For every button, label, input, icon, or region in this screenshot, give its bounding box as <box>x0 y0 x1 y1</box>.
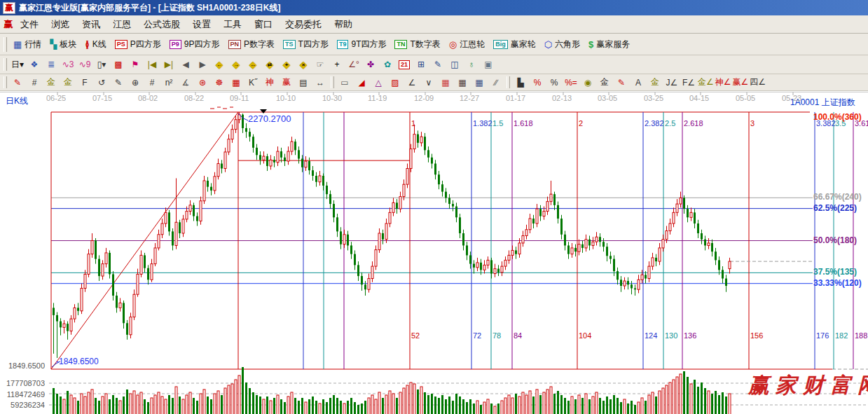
marker-pen-button[interactable]: ✎ <box>613 75 630 90</box>
wave-a-button[interactable]: A <box>630 75 647 90</box>
time-scale-button[interactable]: # <box>144 75 160 90</box>
shen-angle-button[interactable]: 神∠ <box>715 75 732 90</box>
percent-line-button[interactable]: %= <box>563 75 579 90</box>
remote-pc-button[interactable]: ▣ <box>480 57 497 72</box>
formula-lace-button[interactable]: ▩ <box>110 57 127 72</box>
next-page-button[interactable]: ▶ <box>194 57 211 72</box>
zoom-in-all-button[interactable]: ◆+ <box>278 57 295 72</box>
wave-3-button[interactable]: ∿3 <box>60 57 76 72</box>
menu-item-window[interactable]: 窗口 <box>248 16 279 33</box>
ying-tool-button[interactable]: 赢 <box>278 75 295 90</box>
gold-scale-1-button[interactable]: 金 <box>43 75 60 90</box>
circle-grid-button[interactable]: ⊕ <box>127 75 144 90</box>
grid-red-button[interactable]: ▦ <box>437 75 454 90</box>
notepad-button[interactable]: ✎ <box>429 57 446 72</box>
web-square-button[interactable]: ▦ <box>228 75 244 90</box>
save-button[interactable]: ◫ <box>446 57 463 72</box>
box-select-button[interactable]: ▭ <box>336 75 353 90</box>
web-circle-button[interactable]: ☸ <box>211 75 228 90</box>
title-bar[interactable]: 赢 赢家江恩专业版[赢家内部服务平台] - [上证指数 SH1A0001-238… <box>0 0 868 15</box>
menu-item-tools[interactable]: 工具 <box>217 16 248 33</box>
pencil-button[interactable]: ✎ <box>9 75 26 90</box>
window-arrange-button[interactable]: ❖ <box>26 57 43 72</box>
period-daily-dropdown-button[interactable]: 日▾ <box>9 57 26 72</box>
percent-strike-button[interactable]: % <box>529 75 546 90</box>
t-number-table-button[interactable]: TNT数字表 <box>390 36 444 53</box>
kline-button[interactable]: ≬K线 <box>81 36 111 53</box>
shen-tool-button[interactable]: 神 <box>261 75 278 90</box>
fib-scale-button[interactable]: F <box>76 75 93 90</box>
chart-rect <box>687 209 689 217</box>
gann-wheel-button[interactable]: ◎江恩轮 <box>445 36 489 53</box>
pitchfork-button[interactable]: ∠ <box>404 75 420 90</box>
menu-item-gann[interactable]: 江恩 <box>106 16 137 33</box>
color-flag-button[interactable]: ⚑ <box>127 57 144 72</box>
k-angle-button[interactable]: K˝ <box>244 75 261 90</box>
ying-angle-button[interactable]: 赢∠ <box>732 75 750 90</box>
gold-2-button[interactable]: 金 <box>647 75 663 90</box>
menu-item-trade-order[interactable]: 交易委托 <box>279 16 328 33</box>
send-web-button[interactable]: ♁ <box>463 57 480 72</box>
hatch-button[interactable]: ∕∕ <box>488 75 504 90</box>
menu-item-help[interactable]: 帮助 <box>328 16 359 33</box>
first-page-button[interactable]: |◀ <box>144 57 160 72</box>
price-ruler-button[interactable]: ▤ <box>295 75 312 90</box>
wave-check-button[interactable]: ∨ <box>420 75 437 90</box>
9p-square-button[interactable]: P99P四方形 <box>165 36 224 53</box>
angle-measure-button[interactable]: ∠° <box>345 57 362 72</box>
calendar-button[interactable]: 21 <box>396 57 413 72</box>
winner-wheel-button[interactable]: Big赢家轮 <box>489 36 540 53</box>
zoom-right-button[interactable]: ◆→ <box>228 57 244 72</box>
p-square-button[interactable]: PSP四方形 <box>111 36 165 53</box>
p-number-table-button[interactable]: PNP数字表 <box>224 36 280 53</box>
menu-item-settings[interactable]: 设置 <box>186 16 217 33</box>
chart-rect <box>259 155 261 160</box>
9t-square-button[interactable]: T99T四方形 <box>333 36 391 53</box>
prev-page-button[interactable]: ◀ <box>177 57 194 72</box>
zoom-h-shrink-button[interactable]: ◆⇄ <box>261 57 278 72</box>
gold-underline-button[interactable]: 金 <box>596 75 613 90</box>
f-angle-button[interactable]: F∠ <box>680 75 697 90</box>
drag-hand-button[interactable]: ☞ <box>312 57 329 72</box>
zoom-left-button[interactable]: ◆← <box>211 57 228 72</box>
box-fan-button[interactable]: ▨ <box>387 75 404 90</box>
menu-item-file[interactable]: 文件 <box>14 16 45 33</box>
winner-service-button[interactable]: $赢家服务 <box>584 36 634 53</box>
last-page-button[interactable]: ▶| <box>160 57 177 72</box>
zoom-out-all-button[interactable]: ◆× <box>295 57 312 72</box>
zoom-h-expand-button[interactable]: ◆↔ <box>244 57 261 72</box>
gann-flower-button[interactable]: ✤ <box>362 57 379 72</box>
crosshair-button[interactable]: + <box>329 57 345 72</box>
quotes-button[interactable]: ▦行情 <box>9 36 46 53</box>
gold-scale-2-button[interactable]: 金 <box>60 75 76 90</box>
angle-tool-button[interactable]: ∡ <box>177 75 194 90</box>
spiral-button[interactable]: ↺ <box>93 75 110 90</box>
t-square-button[interactable]: TST四方形 <box>279 36 333 53</box>
j-angle-button[interactable]: J∠ <box>663 75 680 90</box>
brain-tool-button[interactable]: ✿ <box>379 57 396 72</box>
fan-triangle-button[interactable]: △ <box>370 75 387 90</box>
wave-9-button[interactable]: ∿9 <box>76 57 93 72</box>
gann-target-button[interactable]: ⊛ <box>194 75 211 90</box>
menu-item-news[interactable]: 资讯 <box>76 16 106 33</box>
scale-chart-button[interactable]: ▙ <box>512 75 529 90</box>
width-measure-button[interactable]: ↔ <box>312 75 329 90</box>
gann-fan-button[interactable]: ◢ <box>353 75 370 90</box>
percent-button[interactable]: % <box>546 75 563 90</box>
grid-dark-button[interactable]: ▦ <box>454 75 471 90</box>
four-angle-button[interactable]: 四∠ <box>749 75 766 90</box>
sectors-button[interactable]: ▚板块 <box>46 36 81 53</box>
info-panel-button[interactable]: ≣ <box>43 57 60 72</box>
gann-scale-button[interactable]: # <box>26 75 43 90</box>
menu-item-browse[interactable]: 浏览 <box>45 16 76 33</box>
gold-angle-button[interactable]: 金∠ <box>697 75 715 90</box>
calculator-button[interactable]: ⊞ <box>413 57 429 72</box>
gold-circle-button[interactable]: ◉ <box>579 75 596 90</box>
grid-blue-button[interactable]: ▦ <box>471 75 488 90</box>
menu-item-formula-stock-pick[interactable]: 公式选股 <box>137 16 186 33</box>
ink-pencil-button[interactable]: ✎ <box>110 75 127 90</box>
n-square-button[interactable]: n² <box>160 75 177 90</box>
candle-style-dropdown-button[interactable]: ▯▾ <box>93 57 110 72</box>
hexagon-button[interactable]: ⬡六角形 <box>540 36 584 53</box>
chart-canvas[interactable] <box>0 91 868 414</box>
